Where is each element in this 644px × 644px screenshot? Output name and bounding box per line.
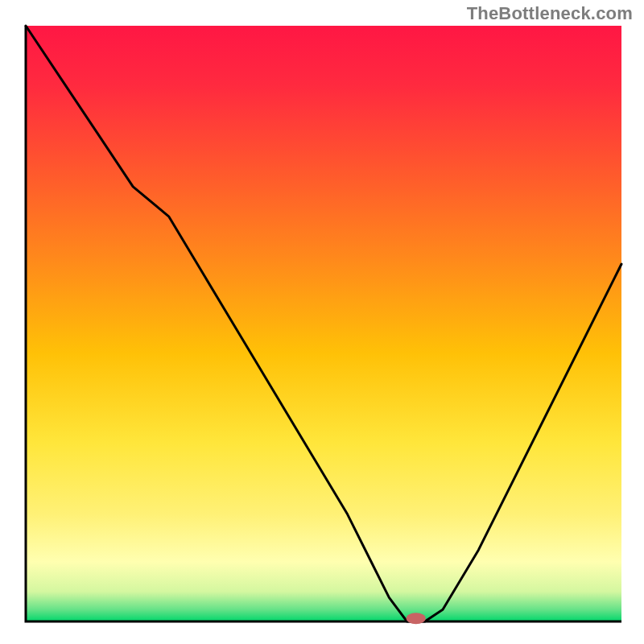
watermark-label: TheBottleneck.com: [467, 3, 633, 24]
optimal-marker-icon: [407, 613, 426, 624]
plot-background: [26, 26, 621, 621]
bottleneck-chart: [0, 0, 644, 644]
